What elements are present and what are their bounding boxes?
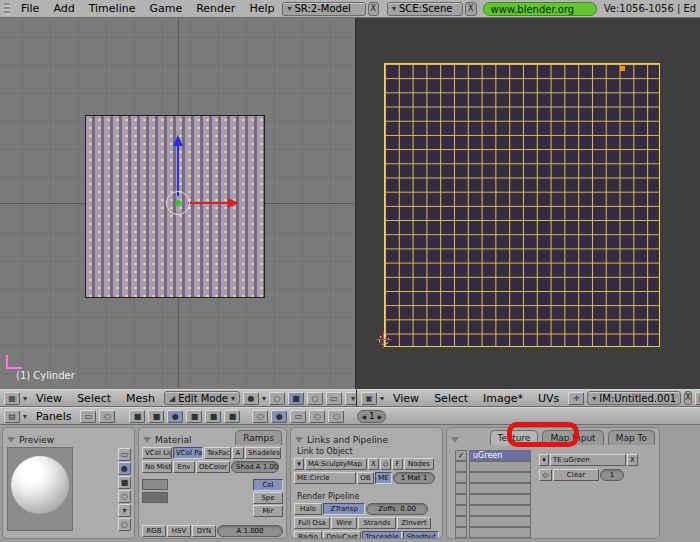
uv-image-editor[interactable] <box>356 18 700 389</box>
texture-browse-icon[interactable]: ▾ <box>539 454 549 466</box>
menu-select[interactable]: Select <box>428 392 474 405</box>
texture-name-field[interactable]: TE:uGreen <box>550 454 626 466</box>
tab-map-input[interactable]: Map Input <box>542 430 603 445</box>
texture-slot[interactable] <box>469 505 531 516</box>
vcol-light-toggle[interactable]: VCol Light <box>142 447 172 459</box>
texture-channel-check[interactable] <box>455 483 467 494</box>
stepper-increase-icon[interactable]: ▶ <box>378 413 383 420</box>
ztransp-toggle[interactable]: ZTransp <box>323 503 365 515</box>
texture-slot[interactable] <box>469 483 531 494</box>
material-index-stepper[interactable]: 1 Mat 1 <box>393 472 435 484</box>
context-script-icon[interactable]: ■ <box>148 410 164 423</box>
texture-slot[interactable] <box>469 527 531 538</box>
gizmo-x-axis-arrow[interactable] <box>188 202 228 204</box>
wire-toggle[interactable]: Wire <box>331 517 357 529</box>
diffuse-color-swatch[interactable] <box>142 479 168 490</box>
panel-align-icon[interactable]: ▭ <box>80 410 96 423</box>
alpha-slider[interactable]: A 1.000 <box>217 525 283 537</box>
menu-mesh[interactable]: Mesh <box>120 392 161 405</box>
texface-toggle[interactable]: TexFace <box>204 447 231 459</box>
ob-link-toggle[interactable]: OB <box>357 472 374 484</box>
menu-render[interactable]: Render <box>190 2 241 15</box>
gizmo-z-axis-arrow[interactable] <box>177 146 179 196</box>
tab-texture[interactable]: Texture <box>490 430 539 445</box>
active-uv-vertex[interactable] <box>620 66 625 71</box>
stepper-decrease-icon[interactable]: ◀ <box>361 413 366 420</box>
texture-channel-check[interactable] <box>455 505 467 516</box>
rgb-mode-button[interactable]: RGB <box>142 525 166 537</box>
pivot-center-icon[interactable]: ○ <box>269 392 285 405</box>
texture-channel-check[interactable] <box>455 472 467 483</box>
material-name-field[interactable]: MA:SculptyMap <box>305 458 367 470</box>
me-link-toggle[interactable]: ME <box>375 472 392 484</box>
col-channel-button[interactable]: Col <box>253 479 283 491</box>
context-editing-icon[interactable]: ■ <box>205 410 221 423</box>
panel-collapse-icon[interactable] <box>143 437 151 443</box>
strands-button[interactable]: Strands <box>358 517 396 529</box>
menu-select[interactable]: Select <box>71 392 117 405</box>
material-unlink-button[interactable]: X <box>368 458 379 470</box>
gizmo-z-arrowhead-icon[interactable] <box>173 135 183 146</box>
manipulator-rotate-icon[interactable]: ○ <box>307 392 323 405</box>
material-browse-icon[interactable]: ▾ <box>294 458 304 470</box>
texture-slot-active[interactable]: uGreen <box>469 450 531 461</box>
draw-mode-icon[interactable]: ● <box>243 392 259 405</box>
tab-ramps[interactable]: Ramps <box>235 430 282 445</box>
auto-name-icon[interactable]: ◇ <box>380 458 391 470</box>
texture-slot[interactable] <box>469 494 531 505</box>
menu-view[interactable]: View <box>30 392 68 405</box>
preview-monkey-icon[interactable]: ○ <box>118 490 131 503</box>
tab-map-to[interactable]: Map To <box>608 430 655 445</box>
image-unlink-button[interactable]: X <box>684 391 691 405</box>
pin-icon[interactable]: ✛ <box>568 392 584 405</box>
clear-button[interactable]: Clear <box>553 469 599 481</box>
menu-uvs[interactable]: UVs <box>532 392 565 405</box>
menu-view[interactable]: View <box>387 392 425 405</box>
no-mist-toggle[interactable]: No Mist <box>142 461 172 473</box>
manipulator-translate-icon[interactable]: ■ <box>288 392 304 405</box>
panel-collapse-icon[interactable] <box>451 437 459 443</box>
frame-stepper[interactable]: ◀ 1 ▶ <box>357 410 386 423</box>
image-datablock-field[interactable]: ▾ IM:Untitled.001 <box>587 391 681 405</box>
texture-users-count[interactable]: 1 <box>600 469 624 481</box>
screen-selector[interactable]: ▾ SR:2-Model <box>282 2 365 16</box>
shadeless-toggle[interactable]: Shadeless <box>245 447 281 459</box>
texture-slot[interactable] <box>469 461 531 472</box>
subcontext-radiosity-icon[interactable]: ○ <box>309 410 325 423</box>
shadbuf-toggle[interactable]: Shadbuf <box>403 531 439 539</box>
texture-slot[interactable] <box>469 472 531 483</box>
uv-2d-cursor[interactable] <box>376 332 392 348</box>
subcontext-world-icon[interactable]: ○ <box>328 410 344 423</box>
context-shading-icon[interactable]: ● <box>167 410 183 423</box>
preview-sky-icon[interactable]: ○ <box>118 518 131 531</box>
scene-close-button[interactable]: X <box>465 2 476 16</box>
a-toggle[interactable]: A <box>232 447 244 459</box>
texture-channel-check[interactable] <box>455 516 467 527</box>
window-grip-icon[interactable] <box>4 3 10 15</box>
menu-timeline[interactable]: Timeline <box>83 2 142 15</box>
menu-help[interactable]: Help <box>243 2 280 15</box>
context-scene-icon[interactable]: ■ <box>224 410 240 423</box>
preview-hair-icon[interactable]: ▾ <box>118 504 131 517</box>
menu-panels[interactable]: Panels <box>30 410 77 423</box>
halo-toggle[interactable]: Halo <box>294 503 322 515</box>
zinvert-toggle[interactable]: ZInvert <box>397 517 431 529</box>
fake-user-button[interactable]: F <box>392 458 403 470</box>
panel-zoom-icon[interactable]: ○ <box>99 410 115 423</box>
screen-close-button[interactable]: X <box>368 2 379 16</box>
menu-file[interactable]: File <box>15 2 45 15</box>
mir-channel-button[interactable]: Mir <box>253 505 283 517</box>
obcolor-toggle[interactable]: ObColor <box>196 461 230 473</box>
mode-dropdown[interactable]: ◢ Edit Mode ▾ <box>164 391 240 405</box>
specular-color-swatch[interactable] <box>142 492 168 503</box>
context-object-icon[interactable]: ■ <box>186 410 202 423</box>
subcontext-lamp-icon[interactable]: ○ <box>252 410 268 423</box>
manipulator-scale-icon[interactable]: ▭ <box>326 392 342 405</box>
menu-image[interactable]: Image* <box>477 392 529 405</box>
scene-selector[interactable]: ▾ SCE:Scene <box>387 2 463 16</box>
texture-channel-check[interactable] <box>455 494 467 505</box>
editor-type-image-icon[interactable]: ▣ <box>361 392 377 405</box>
menu-add[interactable]: Add <box>47 2 80 15</box>
preview-flat-icon[interactable]: ▭ <box>118 448 131 461</box>
zoffs-slider[interactable]: Zoffs: 0.00 <box>366 503 428 515</box>
